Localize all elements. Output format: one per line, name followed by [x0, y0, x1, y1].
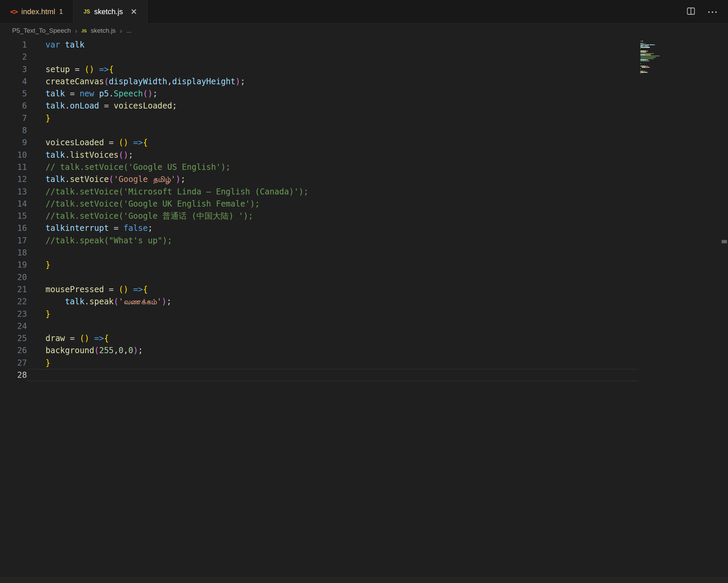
- code-text: talk.listVoices();: [27, 149, 638, 161]
- code-line[interactable]: 19}: [0, 259, 638, 271]
- line-number[interactable]: 1: [0, 39, 27, 51]
- html-file-icon: <>: [10, 8, 17, 16]
- line-number[interactable]: 15: [0, 210, 27, 222]
- split-editor-icon[interactable]: [686, 6, 696, 17]
- line-number[interactable]: 4: [0, 76, 27, 88]
- line-number[interactable]: 7: [0, 112, 27, 124]
- line-number[interactable]: 25: [0, 332, 27, 344]
- code-text: var talk: [27, 39, 638, 51]
- code-line[interactable]: 23}: [0, 308, 638, 320]
- line-number[interactable]: 20: [0, 271, 27, 284]
- code-line[interactable]: 16talkinterrupt = false;: [0, 222, 638, 234]
- code-line[interactable]: 28: [0, 369, 638, 381]
- breadcrumb-separator: ›: [120, 27, 122, 35]
- code-line[interactable]: 10talk.listVoices();: [0, 149, 638, 161]
- line-number[interactable]: 12: [0, 173, 27, 185]
- code-text: talkinterrupt = false;: [27, 222, 638, 234]
- code-line[interactable]: 7}: [0, 112, 638, 124]
- code-line[interactable]: 27}: [0, 357, 638, 369]
- code-text: createCanvas(displayWidth,displayHeight)…: [27, 76, 638, 88]
- line-number[interactable]: 13: [0, 186, 27, 198]
- line-number[interactable]: 2: [0, 51, 27, 63]
- code-line[interactable]: 14//talk.setVoice('Google UK English Fem…: [0, 198, 638, 210]
- breadcrumb-separator: ›: [75, 27, 77, 35]
- code-line[interactable]: 20: [0, 271, 638, 284]
- code-lines: 1var talk23setup = () =>{4createCanvas(d…: [0, 39, 638, 381]
- line-number[interactable]: 11: [0, 161, 27, 173]
- code-line[interactable]: 25draw = () =>{: [0, 332, 638, 344]
- code-text: }: [27, 308, 638, 320]
- code-text: talk.speak('வணக்கம்');: [27, 295, 638, 308]
- line-number[interactable]: 22: [0, 295, 27, 308]
- line-number[interactable]: 9: [0, 136, 27, 149]
- line-number[interactable]: 8: [0, 124, 27, 136]
- code-text: }: [27, 112, 638, 124]
- code-text: //talk.setVoice('Google UK English Femal…: [27, 198, 638, 210]
- minimap-line: [638, 74, 721, 76]
- code-text: talk.onLoad = voicesLoaded;: [27, 100, 638, 112]
- tab-problems-badge: 1: [59, 8, 63, 16]
- line-number[interactable]: 5: [0, 88, 27, 100]
- vertical-scrollbar[interactable]: [721, 38, 728, 577]
- code-line[interactable]: 4createCanvas(displayWidth,displayHeight…: [0, 76, 638, 88]
- code-text: talk.setVoice('Google தமிழ்');: [27, 173, 638, 185]
- code-line[interactable]: 17//talk.speak("What's up");: [0, 235, 638, 247]
- code-line[interactable]: 11// talk.setVoice('Google US English');: [0, 161, 638, 173]
- close-tab-icon[interactable]: ✕: [130, 8, 137, 16]
- overview-cursor-marker: [722, 240, 727, 243]
- line-number[interactable]: 17: [0, 235, 27, 247]
- tab-index-html[interactable]: <> index.html 1: [0, 0, 74, 23]
- breadcrumb-folder[interactable]: P5_Text_To_Speech: [12, 27, 71, 34]
- code-text: [27, 271, 638, 284]
- code-editor: 1var talk23setup = () =>{4createCanvas(d…: [0, 38, 728, 577]
- code-line[interactable]: 8: [0, 124, 638, 136]
- code-text: [27, 124, 638, 136]
- line-number[interactable]: 10: [0, 149, 27, 161]
- code-line[interactable]: 5talk = new p5.Speech();: [0, 88, 638, 100]
- code-text: draw = () =>{: [27, 332, 638, 344]
- code-line[interactable]: 22 talk.speak('வணக்கம்');: [0, 295, 638, 308]
- line-number[interactable]: 16: [0, 222, 27, 234]
- line-number[interactable]: 18: [0, 247, 27, 259]
- code-line[interactable]: 1var talk: [0, 39, 638, 51]
- code-line[interactable]: 2: [0, 51, 638, 63]
- code-line[interactable]: 18: [0, 247, 638, 259]
- tab-sketch-js[interactable]: JS sketch.js ✕: [74, 0, 148, 23]
- line-number[interactable]: 6: [0, 100, 27, 112]
- code-text: setup = () =>{: [27, 63, 638, 76]
- code-line[interactable]: 24: [0, 320, 638, 332]
- tab-bar: <> index.html 1 JS sketch.js ✕ ⋯: [0, 0, 728, 24]
- line-number[interactable]: 21: [0, 284, 27, 295]
- line-number[interactable]: 28: [0, 369, 27, 381]
- code-line[interactable]: 21mousePressed = () =>{: [0, 284, 638, 295]
- code-text: [27, 51, 638, 63]
- js-file-icon: JS: [84, 9, 90, 15]
- line-number[interactable]: 26: [0, 344, 27, 356]
- line-number[interactable]: 23: [0, 308, 27, 320]
- code-line[interactable]: 6talk.onLoad = voicesLoaded;: [0, 100, 638, 112]
- js-file-icon: JS: [81, 28, 87, 33]
- minimap[interactable]: [638, 38, 721, 577]
- code-text: [27, 247, 638, 259]
- breadcrumb: P5_Text_To_Speech › JS sketch.js › ...: [0, 24, 728, 38]
- line-number[interactable]: 19: [0, 259, 27, 271]
- code-line[interactable]: 26background(255,0,0);: [0, 344, 638, 356]
- horizontal-scrollbar-track[interactable]: [0, 577, 728, 583]
- line-number[interactable]: 14: [0, 198, 27, 210]
- code-text: }: [27, 357, 638, 369]
- editor-actions: ⋯: [686, 0, 728, 23]
- code-line[interactable]: 15//talk.setVoice('Google 普通话 (中国大陆) ');: [0, 210, 638, 222]
- tab-label: sketch.js: [94, 7, 123, 16]
- code-text: }: [27, 259, 638, 271]
- line-number[interactable]: 24: [0, 320, 27, 332]
- more-actions-icon[interactable]: ⋯: [707, 6, 718, 17]
- breadcrumb-file[interactable]: sketch.js: [91, 27, 115, 34]
- line-number[interactable]: 3: [0, 63, 27, 76]
- code-text: [27, 320, 638, 332]
- code-line[interactable]: 3setup = () =>{: [0, 63, 638, 76]
- code-line[interactable]: 9voicesLoaded = () =>{: [0, 136, 638, 149]
- code-line[interactable]: 13//talk.setVoice('Microsoft Linda – Eng…: [0, 186, 638, 198]
- code-line[interactable]: 12talk.setVoice('Google தமிழ்');: [0, 173, 638, 185]
- breadcrumb-symbol[interactable]: ...: [126, 27, 131, 34]
- line-number[interactable]: 27: [0, 357, 27, 369]
